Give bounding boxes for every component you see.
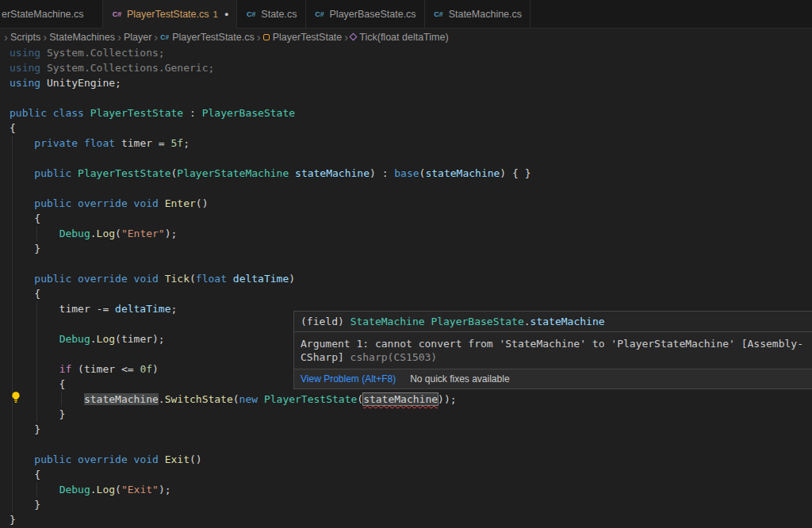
hover-status-bar: View Problem (Alt+F8) No quick fixes ava… [294,369,812,388]
tab-label: erStateMachine.cs [2,9,84,20]
code-line[interactable]: public override void Tick(float deltaTim… [10,271,812,286]
csharp-file-icon: C# [160,33,169,41]
chevron-right-icon: › [154,31,158,43]
no-quick-fixes-label: No quick fixes available [410,373,509,385]
code-line[interactable]: using System.Collections; [10,45,812,60]
code-line[interactable]: } [10,497,812,512]
tab-label: PlayerTestState.cs [127,9,209,20]
code-line[interactable]: { [10,467,812,482]
symbol-method-icon [350,33,358,41]
hover-signature: (field) StateMachine PlayerBaseState.sta… [294,312,812,332]
code-line[interactable]: public class PlayerTestState : PlayerBas… [10,105,812,121]
code-line[interactable] [10,437,812,452]
tab-label: State.cs [261,9,297,20]
breadcrumb-item-scripts[interactable]: Scripts [10,32,40,43]
code-line[interactable]: } [10,241,812,256]
chevron-right-icon: › [117,31,121,43]
code-line[interactable]: } [10,512,812,527]
code-line[interactable]: public override void Exit() [10,452,812,467]
breadcrumb-item-playerteststate-cs[interactable]: C#PlayerTestState.cs [160,32,254,43]
hover-diagnostic: Argument 1: cannot convert from 'StateMa… [294,332,812,369]
csharp-file-icon: C# [314,10,326,18]
diagnostic-source: csharp(CS1503) [344,351,437,363]
code-line[interactable]: { [10,211,812,226]
code-line[interactable]: Debug.Log("Exit"); [10,482,812,497]
hover-tooltip: (field) StateMachine PlayerBaseState.sta… [293,311,812,389]
tab-statemachine-cs[interactable]: C#StateMachine.cs [425,0,530,29]
breadcrumb: ›Scripts›StateMachines›Player›C#PlayerTe… [0,29,812,45]
code-line[interactable]: stateMachine.SwitchState(new PlayerTestS… [10,392,812,407]
chevron-right-icon: › [43,31,47,43]
code-line[interactable] [10,151,812,166]
code-line[interactable]: using System.Collections.Generic; [10,60,812,75]
tab-problems-badge: 1 [213,10,218,19]
tab-label: StateMachine.cs [449,9,522,20]
code-line[interactable] [10,256,812,271]
code-editor[interactable]: using System.Collections;using System.Co… [0,45,812,528]
tab-playerbasestate-cs[interactable]: C#PlayerBaseState.cs [306,0,425,29]
symbol-class-icon [263,34,270,40]
chevron-right-icon: › [257,31,261,43]
code-line[interactable]: { [10,286,812,301]
tab-bar-empty-space [530,0,812,29]
code-line[interactable]: public PlayerTestState(PlayerStateMachin… [10,166,812,181]
breadcrumb-item-tick-float-deltatime-[interactable]: Tick(float deltaTime) [350,32,448,43]
error-highlighted-token: stateMachine [363,393,438,405]
code-line[interactable]: } [10,422,812,437]
word-highlighted-token: stateMachine [84,393,159,405]
code-line[interactable]: { [10,121,812,136]
code-line[interactable]: using UnityEngine; [10,75,812,90]
code-line[interactable]: private float timer = 5f; [10,136,812,151]
tab-state-cs[interactable]: C#State.cs [237,0,305,29]
csharp-file-icon: C# [433,10,445,18]
breadcrumb-item-player[interactable]: Player [124,32,151,43]
breadcrumb-item-statemachines[interactable]: StateMachines [49,32,115,43]
modified-dot-icon[interactable]: ● [224,10,228,18]
tab-erstatemachine-cs[interactable]: erStateMachine.cs [0,0,103,29]
chevron-right-icon: › [4,31,8,43]
tab-label: PlayerBaseState.cs [330,9,416,20]
code-line[interactable]: } [10,407,812,422]
code-line[interactable]: public override void Enter() [10,196,812,211]
code-line[interactable] [10,90,812,105]
chevron-right-icon: › [344,31,348,43]
csharp-file-icon: C# [245,10,257,18]
lightbulb-icon[interactable] [10,391,22,404]
view-problem-link[interactable]: View Problem (Alt+F8) [301,373,396,385]
code-line[interactable]: Debug.Log("Enter"); [10,226,812,241]
csharp-file-icon: C# [111,10,123,18]
tab-playerteststate-cs[interactable]: C#PlayerTestState.cs1● [103,0,237,29]
tab-bar: erStateMachine.csC#PlayerTestState.cs1●C… [0,0,812,29]
code-line[interactable] [10,181,812,196]
breadcrumb-item-playerteststate[interactable]: PlayerTestState [263,32,343,43]
